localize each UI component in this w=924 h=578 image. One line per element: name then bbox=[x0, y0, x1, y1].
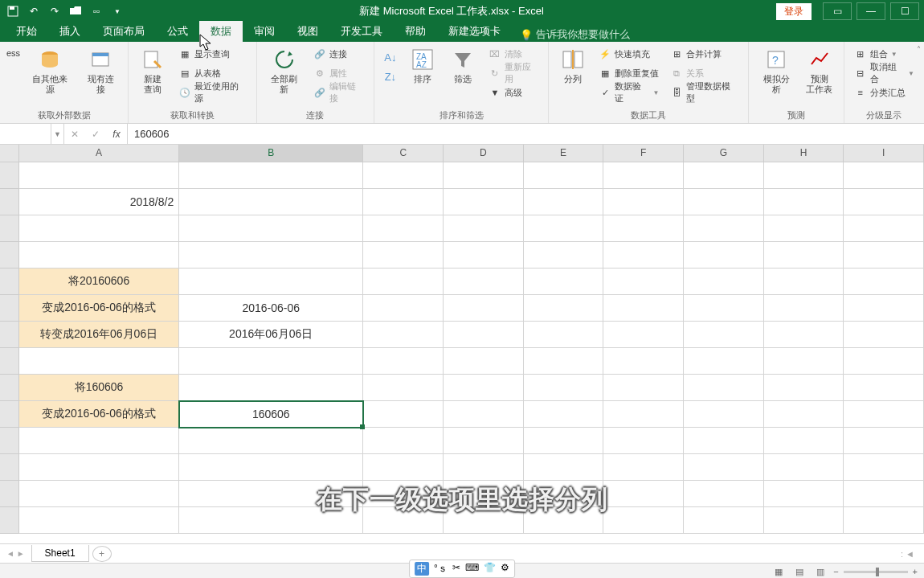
cell[interactable] bbox=[524, 295, 604, 322]
sheet-tab[interactable]: Sheet1 bbox=[31, 545, 89, 562]
row-header[interactable] bbox=[0, 454, 19, 481]
cell[interactable] bbox=[444, 295, 524, 322]
cell[interactable] bbox=[684, 295, 764, 322]
sheet-scroll[interactable]: : ◄ bbox=[901, 549, 914, 559]
cell[interactable] bbox=[363, 215, 444, 242]
cell[interactable] bbox=[179, 375, 363, 401]
cell[interactable] bbox=[844, 401, 924, 428]
cell[interactable] bbox=[444, 242, 524, 269]
formula-input[interactable]: 160606 bbox=[128, 124, 924, 144]
cell[interactable] bbox=[684, 242, 764, 269]
cell[interactable] bbox=[844, 507, 924, 534]
col-header-e[interactable]: E bbox=[524, 145, 604, 162]
cell[interactable] bbox=[444, 269, 524, 295]
row-header[interactable] bbox=[0, 162, 19, 189]
cell[interactable] bbox=[603, 481, 684, 507]
cell[interactable] bbox=[764, 454, 844, 481]
cell[interactable]: 2016年06月06日 bbox=[179, 322, 363, 348]
ime-scissors-icon[interactable]: ✂ bbox=[452, 562, 460, 576]
col-header-d[interactable]: D bbox=[444, 145, 524, 162]
qat-icon[interactable]: ▫▫ bbox=[87, 2, 106, 20]
ime-shirt-icon[interactable]: 👕 bbox=[484, 562, 496, 576]
cell[interactable]: 将160606 bbox=[19, 375, 179, 401]
consolidate-button[interactable]: ⊞合并计算 bbox=[667, 45, 742, 63]
cell[interactable] bbox=[684, 454, 764, 481]
row-header[interactable] bbox=[0, 242, 19, 269]
cell[interactable] bbox=[603, 507, 684, 534]
cell[interactable] bbox=[444, 401, 524, 428]
cell[interactable] bbox=[524, 454, 604, 481]
sheet-nav[interactable]: ◄ ► bbox=[6, 549, 31, 558]
cell[interactable] bbox=[19, 215, 179, 242]
advanced-filter-button[interactable]: ▼高级 bbox=[485, 84, 542, 101]
col-header-h[interactable]: H bbox=[764, 145, 844, 162]
cell[interactable] bbox=[19, 507, 179, 534]
cell[interactable] bbox=[363, 375, 444, 401]
cell[interactable] bbox=[19, 162, 179, 189]
cell[interactable] bbox=[684, 189, 764, 215]
row-header[interactable] bbox=[0, 428, 19, 454]
cell[interactable] bbox=[179, 162, 363, 189]
cell[interactable] bbox=[179, 189, 363, 215]
new-query-button[interactable]: 新建 查询 bbox=[135, 45, 170, 96]
cell[interactable] bbox=[684, 162, 764, 189]
cancel-icon[interactable]: ✕ bbox=[64, 129, 85, 140]
cell[interactable] bbox=[764, 322, 844, 348]
cell[interactable] bbox=[844, 189, 924, 215]
cell[interactable] bbox=[524, 507, 604, 534]
cell[interactable] bbox=[844, 295, 924, 322]
cell[interactable] bbox=[844, 162, 924, 189]
cell[interactable] bbox=[844, 269, 924, 295]
cell[interactable] bbox=[524, 215, 604, 242]
cell[interactable] bbox=[444, 375, 524, 401]
col-header-i[interactable]: I bbox=[844, 145, 924, 162]
cell[interactable] bbox=[524, 189, 604, 215]
login-button[interactable]: 登录 bbox=[776, 3, 812, 20]
cell[interactable] bbox=[363, 481, 444, 507]
cell[interactable] bbox=[444, 215, 524, 242]
cell[interactable] bbox=[764, 375, 844, 401]
sort-za-button[interactable]: Z↓ bbox=[381, 68, 400, 85]
tell-me-search[interactable]: 💡 告诉我你想要做什么 bbox=[520, 27, 630, 42]
cell[interactable]: 2016-06-06 bbox=[179, 295, 363, 322]
cell[interactable] bbox=[844, 348, 924, 375]
forecast-button[interactable]: 预测 工作表 bbox=[802, 45, 837, 96]
name-box[interactable] bbox=[0, 124, 51, 144]
cell[interactable]: 变成2016-06-06的格式 bbox=[19, 295, 179, 322]
tab-review[interactable]: 审阅 bbox=[243, 21, 286, 42]
col-header-b[interactable]: B bbox=[179, 145, 363, 162]
page-break-view-icon[interactable]: ▥ bbox=[812, 565, 828, 578]
ime-keyboard-icon[interactable]: ⌨ bbox=[465, 562, 479, 576]
cell[interactable] bbox=[764, 507, 844, 534]
cell[interactable] bbox=[179, 348, 363, 375]
cell[interactable] bbox=[363, 322, 444, 348]
cell[interactable]: 转变成2016年06月06日 bbox=[19, 322, 179, 348]
cell[interactable] bbox=[179, 454, 363, 481]
filter-button[interactable]: 筛选 bbox=[445, 45, 480, 86]
cell[interactable] bbox=[684, 269, 764, 295]
row-header[interactable] bbox=[0, 322, 19, 348]
tab-view[interactable]: 视图 bbox=[286, 21, 329, 42]
folder-icon[interactable] bbox=[66, 2, 85, 20]
cell[interactable] bbox=[844, 322, 924, 348]
cell[interactable] bbox=[444, 507, 524, 534]
cell[interactable] bbox=[603, 162, 684, 189]
cell[interactable] bbox=[844, 481, 924, 507]
cell[interactable] bbox=[19, 428, 179, 454]
redo-icon[interactable]: ↷ bbox=[45, 2, 64, 20]
cell[interactable] bbox=[603, 375, 684, 401]
data-model-button[interactable]: 🗄管理数据模型 bbox=[667, 84, 742, 101]
cell[interactable] bbox=[603, 454, 684, 481]
cell[interactable] bbox=[684, 428, 764, 454]
cell[interactable] bbox=[179, 428, 363, 454]
cell[interactable] bbox=[444, 322, 524, 348]
maximize-icon[interactable]: ☐ bbox=[890, 2, 919, 20]
text-to-columns-button[interactable]: 分列 bbox=[555, 45, 591, 86]
group-button[interactable]: ⊞组合 ▼ bbox=[851, 45, 918, 63]
ime-toolbar[interactable]: 中 °ｓ ✂ ⌨ 👕 ⚙ bbox=[409, 560, 515, 578]
cell[interactable] bbox=[524, 348, 604, 375]
cell[interactable]: 变成2016-06-06的格式 bbox=[19, 401, 179, 428]
zoom-slider[interactable] bbox=[844, 571, 908, 573]
cell[interactable] bbox=[764, 401, 844, 428]
cell[interactable] bbox=[684, 375, 764, 401]
